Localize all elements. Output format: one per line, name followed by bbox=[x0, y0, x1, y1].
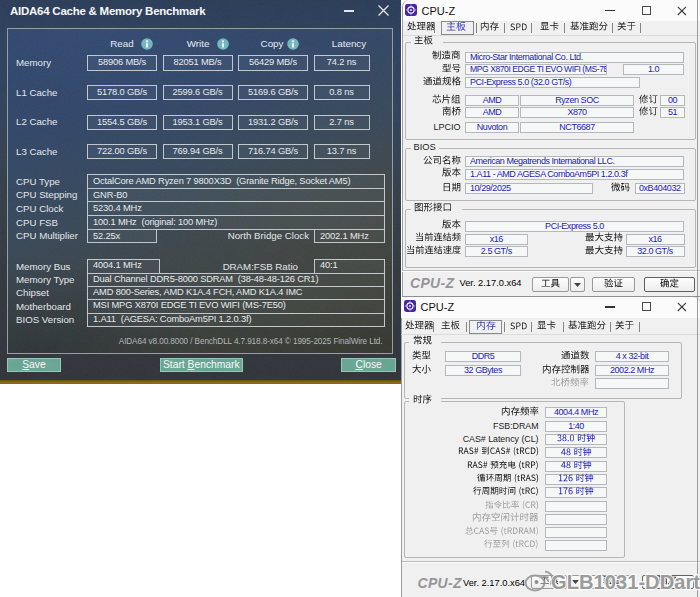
svg-text:GLB1031-DDart: GLB1031-DDart bbox=[551, 570, 700, 593]
